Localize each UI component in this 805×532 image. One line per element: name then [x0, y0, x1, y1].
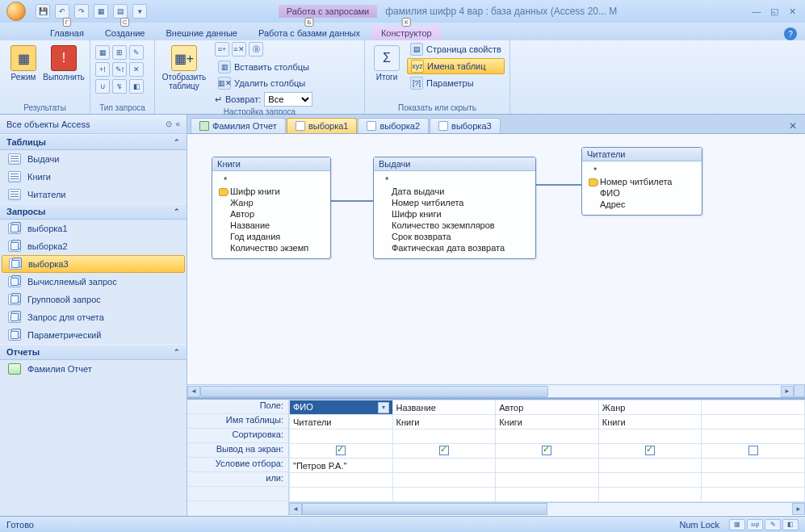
nav-section-reports[interactable]: Отчеты⌃	[0, 344, 187, 360]
qbe-cell[interactable]: Книги	[496, 415, 599, 429]
qtype-union-icon[interactable]: ∪	[95, 79, 110, 94]
qat-btn2-icon[interactable]: ▤	[113, 4, 128, 19]
qbe-cell[interactable]: Книги	[598, 415, 702, 429]
qtype-crosstab-icon[interactable]: ⊞	[112, 45, 127, 60]
show-checkbox[interactable]	[290, 444, 393, 459]
delete-row-icon[interactable]: ≡✕	[232, 42, 246, 57]
parameters-button[interactable]: [?]Параметры	[407, 76, 505, 90]
field-item[interactable]: Шифр книги	[219, 186, 324, 197]
qtype-delete-icon[interactable]: ✕	[129, 62, 144, 77]
view-sql-icon[interactable]: sql	[747, 519, 763, 530]
field-item[interactable]: *	[589, 165, 695, 176]
qtype-update-icon[interactable]: ✎!	[112, 62, 127, 77]
relationship-diagram[interactable]: Книги * Шифр книги Жанр Автор Название Г…	[187, 134, 805, 398]
restore-button[interactable]: ◱	[766, 5, 782, 18]
show-checkbox[interactable]	[702, 444, 805, 459]
doc-tab[interactable]: выборка1	[287, 118, 358, 133]
show-table-button[interactable]: ▦+Отобразить таблицу	[160, 42, 208, 90]
nav-header[interactable]: Все объекты Access ⊙«	[0, 115, 187, 134]
tab-external[interactable]: Внешние данные	[157, 26, 247, 40]
minimize-button[interactable]: —	[748, 5, 765, 18]
nav-query-item[interactable]: выборка1	[0, 220, 187, 237]
nav-query-item[interactable]: Запрос для отчета	[0, 308, 187, 326]
view-design-icon[interactable]: ✎	[765, 519, 781, 530]
dropdown-icon[interactable]: ▾	[378, 402, 389, 413]
field-item[interactable]: Фактическая дата возврата	[380, 242, 529, 253]
table-box-readers[interactable]: Читатели * Номер читбилета ФИО Адрес	[581, 147, 702, 216]
qbe-cell[interactable]: Жанр	[598, 400, 702, 415]
field-item[interactable]: Жанр	[219, 197, 324, 208]
builder-icon[interactable]: ⓐ	[249, 42, 263, 57]
qbe-cell[interactable]	[702, 415, 805, 429]
field-item[interactable]: Количество экземпляров	[380, 220, 529, 231]
view-datasheet-icon[interactable]: ▦	[729, 519, 745, 530]
qtype-ddl-icon[interactable]: ◧	[129, 79, 144, 94]
nav-table-item[interactable]: Книги	[0, 168, 187, 186]
table-box-books[interactable]: Книги * Шифр книги Жанр Автор Название Г…	[212, 157, 331, 259]
insert-row-icon[interactable]: ≡+	[215, 42, 229, 57]
tab-home[interactable]: Главная	[40, 26, 94, 40]
field-item[interactable]: Номер читбилета	[380, 197, 529, 208]
delete-columns-button[interactable]: ▥✕Удалить столбцы	[215, 76, 312, 90]
qbe-cell[interactable]: Читатели	[290, 415, 393, 429]
field-item[interactable]: Адрес	[589, 199, 695, 210]
nav-report-item[interactable]: Фамилия Отчет	[0, 360, 187, 378]
show-checkbox[interactable]	[392, 444, 496, 459]
return-select[interactable]: Все	[264, 92, 312, 107]
qbe-cell[interactable]: "Петров Р.А."	[290, 459, 393, 473]
field-item[interactable]: Срок возврата	[380, 231, 529, 242]
qbe-cell[interactable]	[702, 400, 805, 415]
qat-undo-icon[interactable]: ↶	[55, 4, 69, 19]
table-box-issues[interactable]: Выдачи * Дата выдачи Номер читбилета Шиф…	[373, 157, 536, 259]
run-button[interactable]: !Выполнить	[45, 42, 82, 82]
qtype-append-icon[interactable]: +!	[95, 62, 110, 77]
qat-dropdown-icon[interactable]: ▾	[132, 4, 147, 19]
nav-table-item[interactable]: Читатели	[0, 186, 187, 203]
field-item[interactable]: Шифр книги	[380, 208, 529, 220]
qbe-cell[interactable]: Книги	[392, 415, 496, 429]
totals-button[interactable]: ΣИтоги	[370, 42, 404, 82]
nav-query-item[interactable]: Групповой запрос	[0, 291, 187, 308]
qtype-select-icon[interactable]: ▦	[95, 45, 110, 60]
nav-section-queries[interactable]: Запросы⌃	[0, 203, 187, 220]
doc-tab[interactable]: Фамилия Отчет	[191, 118, 286, 133]
property-sheet-button[interactable]: ▤Страница свойств	[407, 42, 505, 57]
nav-query-item[interactable]: выборка3	[2, 255, 185, 273]
field-item[interactable]: Год издания	[219, 231, 324, 242]
nav-query-item[interactable]: Параметрический	[0, 326, 187, 344]
field-item[interactable]: *	[380, 174, 529, 186]
field-item[interactable]: ФИО	[589, 187, 695, 199]
doc-tab[interactable]: выборка3	[430, 118, 501, 133]
office-button[interactable]	[2, 0, 31, 23]
qbe-scrollbar[interactable]: ◄►	[289, 502, 805, 515]
qbe-table[interactable]: ФИО▾ Название Автор Жанр Читатели Книги …	[289, 400, 805, 502]
qtype-maketable-icon[interactable]: ✎	[129, 45, 144, 60]
field-item[interactable]: Номер читбилета	[589, 176, 695, 187]
nav-query-item[interactable]: выборка2	[0, 237, 187, 255]
field-item[interactable]: Автор	[219, 208, 324, 220]
field-item[interactable]: Дата выдачи	[380, 186, 529, 197]
view-other-icon[interactable]: ◧	[782, 519, 799, 530]
field-item[interactable]: Количество экземп	[219, 242, 324, 253]
nav-dropdown-icon[interactable]: ⊙	[166, 119, 172, 128]
qbe-cell[interactable]: ФИО▾	[290, 400, 393, 415]
pane-splitter[interactable]	[794, 384, 805, 397]
close-button[interactable]: ✕	[784, 5, 800, 18]
qat-btn-icon[interactable]: ▦	[94, 4, 108, 19]
qtype-passthrough-icon[interactable]: ↯	[112, 79, 127, 94]
view-button[interactable]: ▦Режим	[5, 42, 42, 82]
table-names-button[interactable]: xyzИмена таблиц	[407, 58, 505, 74]
nav-collapse-icon[interactable]: «	[175, 119, 180, 128]
qbe-cell[interactable]: Автор	[496, 400, 599, 415]
tab-create[interactable]: Создание	[95, 26, 155, 40]
nav-query-item[interactable]: Вычисляемый запрос	[0, 273, 187, 291]
qat-save-icon[interactable]: 💾	[36, 4, 50, 19]
insert-columns-button[interactable]: ▥Вставить столбцы	[215, 60, 312, 74]
qat-redo-icon[interactable]: ↷	[74, 4, 89, 19]
help-icon[interactable]: ?	[784, 27, 797, 40]
close-tab-icon[interactable]: ✕	[786, 119, 800, 133]
field-item[interactable]: *	[219, 174, 324, 186]
show-checkbox[interactable]	[496, 444, 599, 459]
tab-designer[interactable]: Конструктор	[371, 26, 442, 40]
nav-table-item[interactable]: Выдачи	[0, 150, 187, 168]
